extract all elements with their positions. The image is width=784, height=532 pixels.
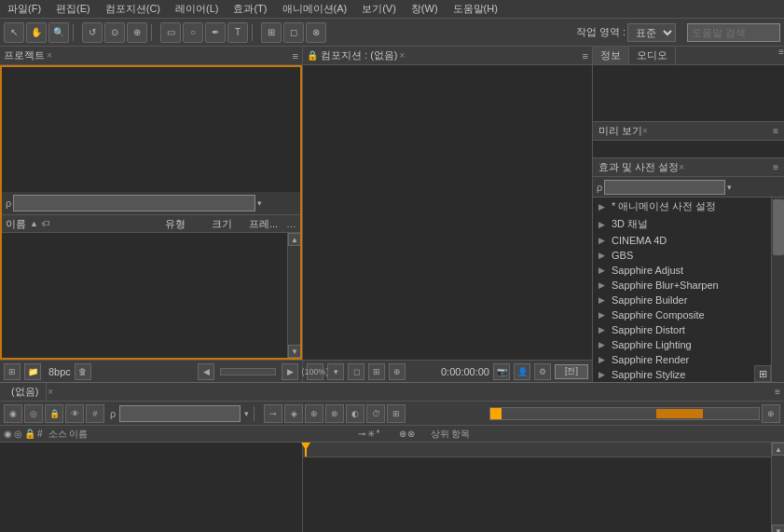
workspace-select[interactable]: 표준: [627, 23, 676, 42]
tool-pen[interactable]: ✒: [205, 22, 226, 43]
layer-transform-btns: ⊕ ⊗: [399, 429, 427, 439]
effects-item-sapphire-adjust[interactable]: ▶ Sapphire Adjust: [593, 263, 784, 278]
footer-scroll-right[interactable]: ▶: [282, 363, 298, 380]
tl-btn1[interactable]: ⊸: [264, 404, 282, 423]
toolbar-divider2: [151, 24, 157, 41]
timeline-right-scrollbar[interactable]: ▲ ▼: [771, 443, 784, 532]
tl-btn3[interactable]: ⊕: [305, 404, 323, 423]
effects-panel-settings-btn[interactable]: ⊞: [754, 365, 771, 382]
effects-scrollbar[interactable]: [771, 198, 784, 382]
tl-lock[interactable]: 🔒: [45, 404, 63, 423]
layer-t2: ⊗: [407, 429, 415, 439]
menu-layer[interactable]: 레이어(L): [172, 1, 222, 17]
tl-btn5[interactable]: ◐: [346, 404, 364, 423]
tool-zoom[interactable]: 🔍: [48, 22, 69, 43]
effects-item-sapphire-lighting[interactable]: ▶ Sapphire Lighting: [593, 337, 784, 352]
project-search-row: ρ ▾: [2, 192, 300, 214]
info-menu-btn[interactable]: ≡: [778, 47, 784, 64]
tool-hand[interactable]: ✋: [26, 22, 47, 43]
tool-clone[interactable]: ⊞: [261, 22, 282, 43]
comp-timecode: 0:00:00:00: [441, 366, 489, 377]
menu-animation[interactable]: 애니메이션(A): [279, 1, 351, 17]
compositor-canvas: [303, 65, 592, 360]
scroll-down[interactable]: ▼: [288, 345, 301, 358]
timeline-search-input[interactable]: [119, 405, 241, 422]
comp-toggle[interactable]: ⊞: [368, 363, 385, 380]
project-menu-btn[interactable]: ≡: [293, 50, 298, 61]
effects-item-sapphire-composite[interactable]: ▶ Sapphire Composite: [593, 307, 784, 322]
effects-item-animation[interactable]: ▶ * 애니메이션 사전 설정: [593, 198, 784, 215]
tool-pan[interactable]: ⊕: [127, 22, 147, 43]
effects-item-sapphire-builder[interactable]: ▶ Sapphire Builder: [593, 293, 784, 307]
tool-rotate[interactable]: ↺: [82, 22, 103, 43]
footer-scroll-left[interactable]: ◀: [198, 363, 214, 380]
project-search-input[interactable]: [13, 195, 255, 211]
menu-effects[interactable]: 효과(T): [229, 1, 270, 17]
effects-item-gbs[interactable]: ▶ GBS: [593, 248, 784, 263]
help-search-input[interactable]: [687, 23, 780, 42]
comp-settings[interactable]: ⚙: [534, 363, 551, 380]
tool-camera[interactable]: ⊙: [104, 22, 125, 43]
scroll-track[interactable]: [288, 246, 300, 345]
effects-item-cinema4d[interactable]: ▶ CINEMA 4D: [593, 233, 784, 248]
tool-mask-rect[interactable]: ▭: [160, 22, 181, 43]
tool-mask-ellipse[interactable]: ○: [183, 22, 203, 43]
comp-extra-btn[interactable]: [전]: [555, 364, 588, 379]
comp-person[interactable]: 👤: [514, 363, 530, 380]
effects-search-input[interactable]: [604, 180, 725, 195]
tool-select[interactable]: ↖: [4, 22, 24, 43]
layer-ctrl-lock: 🔒: [24, 429, 35, 439]
tl-btn2[interactable]: ◈: [284, 404, 303, 423]
footer-scrollbar-h[interactable]: [220, 368, 276, 375]
timeline-tab-none[interactable]: (없음): [4, 383, 47, 401]
menu-view[interactable]: 보기(V): [358, 1, 400, 17]
effects-menu-btn[interactable]: ≡: [773, 162, 778, 172]
comp-fit-btn[interactable]: ▾: [327, 363, 344, 380]
project-panel-header: 프로젝트 × ≡: [0, 47, 302, 65]
project-scrollbar[interactable]: ▲ ▼: [287, 233, 300, 358]
menu-edit[interactable]: 편집(E): [52, 1, 94, 17]
tl-hide[interactable]: 👁: [65, 404, 84, 423]
tl-solo[interactable]: ◎: [24, 404, 43, 423]
comp-zoom-btn[interactable]: (100%): [307, 363, 323, 380]
tool-eraser[interactable]: ◻: [283, 22, 304, 43]
menu-window[interactable]: 창(W): [407, 1, 442, 17]
playhead-head: [301, 443, 310, 450]
footer-import[interactable]: 📁: [24, 363, 41, 380]
tl-right-settings[interactable]: ⊕: [762, 404, 780, 423]
tl-scroll-track[interactable]: [772, 456, 784, 525]
effects-item-sapphire-distort[interactable]: ▶ Sapphire Distort: [593, 322, 784, 337]
layer-upper-label: 상위 항목: [431, 428, 781, 441]
compositor-menu-btn[interactable]: ≡: [583, 50, 588, 61]
tl-mute[interactable]: ◉: [4, 404, 22, 423]
tl-scroll-down[interactable]: ▼: [772, 525, 784, 532]
tl-scroll-up[interactable]: ▲: [772, 443, 784, 456]
tab-audio[interactable]: 오디오: [629, 47, 676, 64]
tool-puppet[interactable]: ⊗: [306, 22, 326, 43]
tl-label[interactable]: #: [86, 404, 104, 423]
col-dots: …: [286, 218, 296, 229]
effects-item-3d[interactable]: ▶ 3D 채널: [593, 215, 784, 233]
scroll-up[interactable]: ▲: [288, 233, 301, 246]
tl-btn6[interactable]: ⏱: [366, 404, 385, 423]
menu-composition[interactable]: 컴포지션(C): [102, 1, 164, 17]
preview-content: [593, 141, 784, 157]
arrow-icon: ▶: [598, 266, 608, 275]
footer-new-folder[interactable]: ⊞: [4, 363, 21, 380]
tl-btn4[interactable]: ⊗: [325, 404, 344, 423]
effects-item-sapphire-blur[interactable]: ▶ Sapphire Blur+Sharpen: [593, 278, 784, 293]
comp-grid[interactable]: ⊕: [389, 363, 406, 380]
footer-delete[interactable]: 🗑: [75, 363, 91, 380]
tl-btn7[interactable]: ⊞: [387, 404, 406, 423]
timeline-menu-btn[interactable]: ≡: [775, 387, 780, 397]
menu-help[interactable]: 도움말(H): [449, 1, 502, 17]
timeline-tab-close: ×: [48, 387, 53, 397]
project-panel-title: 프로젝트: [4, 48, 45, 62]
tab-info[interactable]: 정보: [593, 47, 629, 64]
tool-text[interactable]: T: [227, 22, 248, 43]
effects-scroll-handle[interactable]: [773, 199, 784, 255]
comp-snapshot[interactable]: 📷: [493, 363, 510, 380]
comp-quality[interactable]: ◻: [348, 363, 364, 380]
menu-file[interactable]: 파일(F): [4, 1, 45, 17]
preview-menu-btn[interactable]: ≡: [773, 126, 778, 136]
